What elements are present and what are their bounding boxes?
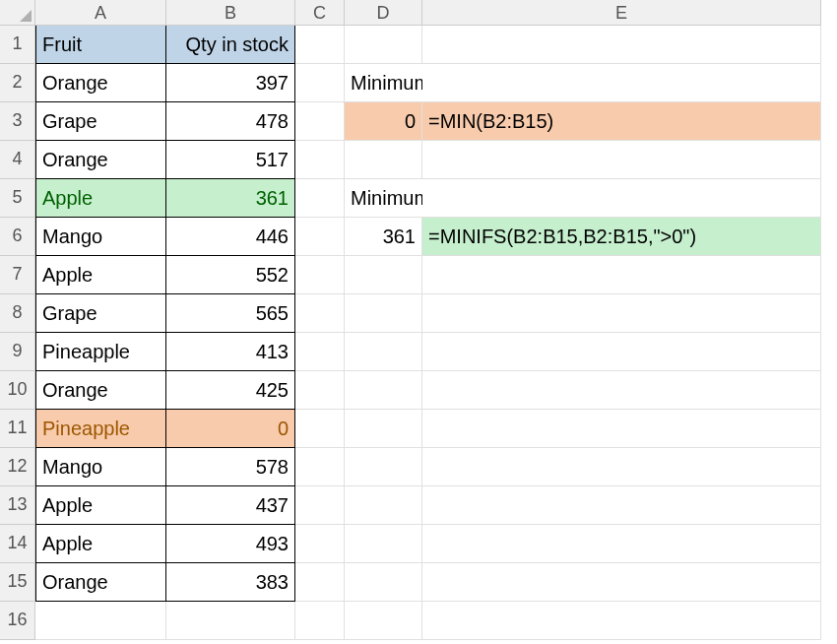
cell-B16[interactable] bbox=[166, 602, 295, 640]
cell-C15[interactable] bbox=[295, 563, 345, 602]
cell-C2[interactable] bbox=[295, 64, 345, 102]
cell-D3[interactable]: 0 bbox=[345, 102, 422, 141]
row-header-6[interactable]: 6 bbox=[0, 218, 35, 256]
row-header-11[interactable]: 11 bbox=[0, 410, 35, 448]
cell-C14[interactable] bbox=[295, 525, 345, 563]
row-header-14[interactable]: 14 bbox=[0, 525, 35, 563]
row-header-15[interactable]: 15 bbox=[0, 563, 35, 602]
row-header-8[interactable]: 8 bbox=[0, 294, 35, 333]
cell-D13[interactable] bbox=[345, 486, 422, 525]
select-all-corner[interactable] bbox=[0, 0, 35, 26]
row-header-5[interactable]: 5 bbox=[0, 179, 35, 218]
cell-E11[interactable] bbox=[422, 410, 821, 448]
col-header-C[interactable]: C bbox=[295, 0, 345, 26]
cell-E12[interactable] bbox=[422, 448, 821, 486]
row-header-1[interactable]: 1 bbox=[0, 26, 35, 64]
col-header-E[interactable]: E bbox=[422, 0, 821, 26]
cell-A2[interactable]: Orange bbox=[35, 64, 166, 102]
cell-D1[interactable] bbox=[345, 26, 422, 64]
cell-D8[interactable] bbox=[345, 294, 422, 333]
row-header-10[interactable]: 10 bbox=[0, 371, 35, 410]
cell-E10[interactable] bbox=[422, 371, 821, 410]
cell-A16[interactable] bbox=[35, 602, 166, 640]
cell-A15[interactable]: Orange bbox=[35, 563, 166, 602]
cell-B11[interactable]: 0 bbox=[166, 410, 295, 448]
cell-C10[interactable] bbox=[295, 371, 345, 410]
cell-E13[interactable] bbox=[422, 486, 821, 525]
cell-D14[interactable] bbox=[345, 525, 422, 563]
spreadsheet-grid[interactable]: A B C D E 1 Fruit Qty in stock 2 Orange … bbox=[0, 0, 837, 640]
cell-E1[interactable] bbox=[422, 26, 821, 64]
cell-A11[interactable]: Pineapple bbox=[35, 410, 166, 448]
row-header-3[interactable]: 3 bbox=[0, 102, 35, 141]
cell-D5[interactable]: Minimum without 0: bbox=[345, 179, 422, 218]
cell-E8[interactable] bbox=[422, 294, 821, 333]
cell-A10[interactable]: Orange bbox=[35, 371, 166, 410]
row-header-13[interactable]: 13 bbox=[0, 486, 35, 525]
cell-A5[interactable]: Apple bbox=[35, 179, 166, 218]
cell-A7[interactable]: Apple bbox=[35, 256, 166, 294]
cell-C9[interactable] bbox=[295, 333, 345, 371]
cell-B5[interactable]: 361 bbox=[166, 179, 295, 218]
cell-A6[interactable]: Mango bbox=[35, 218, 166, 256]
cell-D2[interactable]: Minimum: bbox=[345, 64, 422, 102]
cell-D7[interactable] bbox=[345, 256, 422, 294]
cell-A4[interactable]: Orange bbox=[35, 141, 166, 179]
cell-E5[interactable] bbox=[422, 179, 821, 218]
cell-B6[interactable]: 446 bbox=[166, 218, 295, 256]
cell-A12[interactable]: Mango bbox=[35, 448, 166, 486]
cell-D16[interactable] bbox=[345, 602, 422, 640]
cell-C11[interactable] bbox=[295, 410, 345, 448]
cell-D10[interactable] bbox=[345, 371, 422, 410]
cell-B14[interactable]: 493 bbox=[166, 525, 295, 563]
cell-A9[interactable]: Pineapple bbox=[35, 333, 166, 371]
cell-B15[interactable]: 383 bbox=[166, 563, 295, 602]
cell-D11[interactable] bbox=[345, 410, 422, 448]
cell-B2[interactable]: 397 bbox=[166, 64, 295, 102]
col-header-B[interactable]: B bbox=[166, 0, 295, 26]
cell-D12[interactable] bbox=[345, 448, 422, 486]
cell-A14[interactable]: Apple bbox=[35, 525, 166, 563]
cell-B9[interactable]: 413 bbox=[166, 333, 295, 371]
cell-C7[interactable] bbox=[295, 256, 345, 294]
cell-A8[interactable]: Grape bbox=[35, 294, 166, 333]
cell-E14[interactable] bbox=[422, 525, 821, 563]
cell-D15[interactable] bbox=[345, 563, 422, 602]
cell-C6[interactable] bbox=[295, 218, 345, 256]
cell-B13[interactable]: 437 bbox=[166, 486, 295, 525]
cell-B3[interactable]: 478 bbox=[166, 102, 295, 141]
row-header-9[interactable]: 9 bbox=[0, 333, 35, 371]
cell-B10[interactable]: 425 bbox=[166, 371, 295, 410]
col-header-A[interactable]: A bbox=[35, 0, 166, 26]
col-header-D[interactable]: D bbox=[345, 0, 422, 26]
cell-C13[interactable] bbox=[295, 486, 345, 525]
cell-D6[interactable]: 361 bbox=[345, 218, 422, 256]
row-header-7[interactable]: 7 bbox=[0, 256, 35, 294]
cell-C16[interactable] bbox=[295, 602, 345, 640]
row-header-2[interactable]: 2 bbox=[0, 64, 35, 102]
cell-B7[interactable]: 552 bbox=[166, 256, 295, 294]
cell-E7[interactable] bbox=[422, 256, 821, 294]
cell-B8[interactable]: 565 bbox=[166, 294, 295, 333]
cell-A3[interactable]: Grape bbox=[35, 102, 166, 141]
cell-E9[interactable] bbox=[422, 333, 821, 371]
cell-E4[interactable] bbox=[422, 141, 821, 179]
cell-B4[interactable]: 517 bbox=[166, 141, 295, 179]
row-header-12[interactable]: 12 bbox=[0, 448, 35, 486]
cell-C4[interactable] bbox=[295, 141, 345, 179]
cell-E15[interactable] bbox=[422, 563, 821, 602]
cell-C5[interactable] bbox=[295, 179, 345, 218]
cell-C12[interactable] bbox=[295, 448, 345, 486]
row-header-4[interactable]: 4 bbox=[0, 141, 35, 179]
cell-D9[interactable] bbox=[345, 333, 422, 371]
cell-E6[interactable]: =MINIFS(B2:B15,B2:B15,">0") bbox=[422, 218, 821, 256]
cell-B1[interactable]: Qty in stock bbox=[166, 26, 295, 64]
cell-E3[interactable]: =MIN(B2:B15) bbox=[422, 102, 821, 141]
cell-E16[interactable] bbox=[422, 602, 821, 640]
cell-B12[interactable]: 578 bbox=[166, 448, 295, 486]
cell-A13[interactable]: Apple bbox=[35, 486, 166, 525]
cell-C8[interactable] bbox=[295, 294, 345, 333]
cell-D4[interactable] bbox=[345, 141, 422, 179]
cell-C3[interactable] bbox=[295, 102, 345, 141]
cell-A1[interactable]: Fruit bbox=[35, 26, 166, 64]
